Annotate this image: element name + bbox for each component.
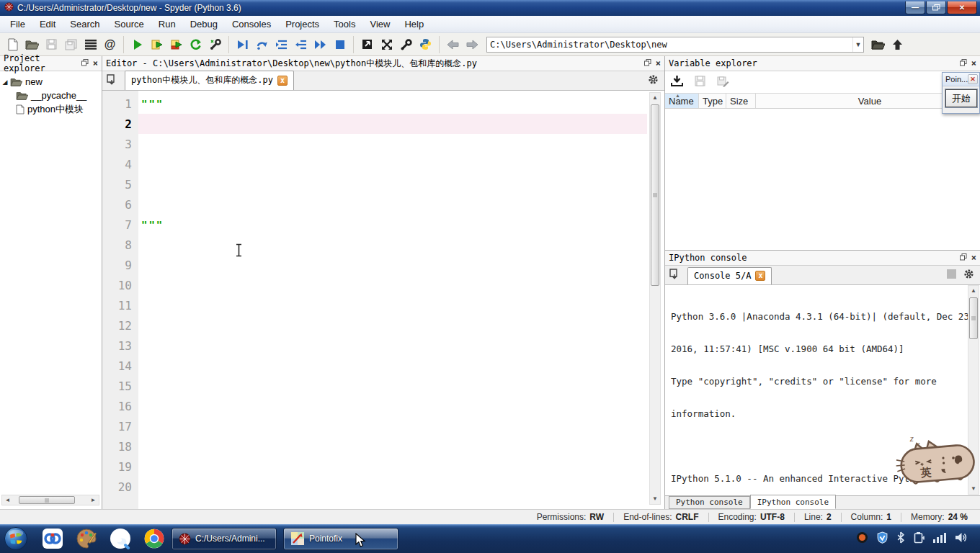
debug-icon[interactable]	[233, 35, 252, 54]
browse-tabs-icon[interactable]	[107, 74, 119, 87]
browse-directory-icon[interactable]	[868, 35, 888, 54]
stop-icon[interactable]	[330, 35, 349, 54]
menu-source[interactable]: Source	[107, 17, 151, 32]
menu-debug[interactable]: Debug	[183, 17, 225, 32]
open-file-icon[interactable]	[22, 35, 42, 54]
spyder-taskbar-icon	[179, 533, 191, 545]
continue-icon[interactable]	[311, 35, 330, 54]
menu-run[interactable]: Run	[151, 17, 183, 32]
menu-edit[interactable]: Edit	[32, 17, 63, 32]
undock-icon[interactable]	[644, 58, 651, 68]
editor-body[interactable]: 1""" 2 3 4 5 6 7""" 8 9 10 11 12 13 14 1…	[102, 91, 664, 509]
working-directory-combo[interactable]: ▼	[486, 37, 864, 53]
network-signal-tray-icon[interactable]	[933, 532, 947, 545]
tree-item-root[interactable]: ◢ new	[0, 75, 102, 89]
column-header-type[interactable]: Type	[699, 94, 726, 108]
menu-help[interactable]: Help	[397, 17, 431, 32]
close-icon[interactable]: ×	[971, 60, 976, 67]
editor-tab[interactable]: python中模块儿、包和库的概念.py x	[125, 71, 294, 90]
step-return-icon[interactable]	[291, 35, 311, 54]
menu-consoles[interactable]: Consoles	[225, 17, 278, 32]
fullscreen-icon[interactable]	[377, 35, 396, 54]
scroll-down-icon[interactable]: ▼	[650, 494, 660, 504]
scrollbar-thumb[interactable]	[19, 496, 75, 504]
undock-icon[interactable]	[81, 58, 89, 68]
volume-tray-icon[interactable]	[955, 532, 967, 545]
editor-vertical-scrollbar[interactable]: ▲ ▼	[649, 92, 661, 505]
cloud-app-icon[interactable]	[42, 528, 63, 549]
scroll-right-icon[interactable]: ►	[88, 495, 99, 505]
collapse-arrow-icon[interactable]: ◢	[0, 78, 10, 86]
save-all-icon[interactable]	[61, 35, 81, 54]
python-logo-icon[interactable]	[416, 35, 435, 54]
menu-view[interactable]: View	[362, 17, 397, 32]
taskbar-button-spyder[interactable]: C:/Users/Admini...	[172, 528, 277, 550]
browser-q-icon[interactable]	[110, 528, 131, 549]
run-cell-icon[interactable]	[147, 35, 166, 54]
horizontal-scrollbar[interactable]: ◄ ►	[1, 495, 99, 505]
console-tab[interactable]: Console 5/A x	[687, 267, 772, 284]
run-icon[interactable]	[128, 35, 147, 54]
menu-file[interactable]: File	[3, 17, 32, 32]
new-file-icon[interactable]	[3, 35, 22, 54]
restore-button[interactable]	[926, 1, 946, 14]
pointofix-titlebar[interactable]: Poin... ✕	[943, 73, 979, 86]
menu-search[interactable]: Search	[63, 17, 107, 32]
run-config-icon[interactable]	[205, 35, 225, 54]
tab-python-console[interactable]: Python console	[669, 496, 750, 509]
preferences-icon[interactable]	[396, 35, 416, 54]
file-switcher-icon[interactable]	[81, 35, 100, 54]
security-shield-tray-icon[interactable]	[876, 531, 888, 546]
tab-close-icon[interactable]: x	[277, 76, 288, 86]
close-icon[interactable]: ×	[656, 60, 661, 67]
paint-app-icon[interactable]	[76, 528, 97, 549]
power-plug-tray-icon[interactable]	[913, 531, 925, 546]
save-icon[interactable]	[42, 35, 61, 54]
start-button[interactable]	[2, 525, 30, 552]
save-data-as-icon[interactable]	[717, 76, 729, 89]
close-icon[interactable]: ×	[971, 254, 976, 261]
browse-tabs-icon[interactable]	[669, 269, 682, 282]
close-icon[interactable]: ×	[93, 60, 98, 67]
symbol-finder-icon[interactable]: @	[100, 35, 120, 54]
tree-item-file[interactable]: python中模块	[0, 102, 102, 116]
undock-icon[interactable]	[960, 253, 967, 263]
rerun-icon[interactable]	[186, 35, 205, 54]
back-icon[interactable]	[443, 35, 463, 54]
tab-close-icon[interactable]: x	[755, 271, 765, 281]
pointofix-start-button[interactable]: 开始	[945, 89, 977, 107]
options-gear-icon[interactable]	[963, 269, 974, 282]
column-header-name[interactable]: ▲Name	[665, 94, 699, 108]
run-cell-advance-icon[interactable]	[166, 35, 186, 54]
menu-projects[interactable]: Projects	[278, 17, 326, 32]
minimize-button[interactable]: —	[905, 1, 925, 14]
variable-table-header: ▲Name Type Size Value	[665, 93, 980, 109]
step-into-icon[interactable]	[272, 35, 291, 54]
column-header-size[interactable]: Size	[726, 94, 756, 108]
scrollbar-thumb[interactable]	[969, 297, 978, 339]
forward-icon[interactable]	[463, 35, 482, 54]
working-directory-input[interactable]	[487, 40, 852, 50]
save-data-icon[interactable]	[695, 76, 705, 89]
scrollbar-thumb[interactable]	[651, 104, 659, 286]
options-gear-icon[interactable]	[648, 74, 659, 87]
undock-icon[interactable]	[960, 58, 967, 68]
recorder-tray-icon[interactable]	[856, 531, 868, 546]
maximize-pane-icon[interactable]	[357, 35, 377, 54]
editor-line: 10	[102, 275, 664, 295]
chevron-down-icon[interactable]: ▼	[852, 37, 863, 52]
step-over-icon[interactable]	[252, 35, 272, 54]
import-data-icon[interactable]	[671, 76, 683, 89]
menu-tools[interactable]: Tools	[326, 17, 362, 32]
scroll-left-icon[interactable]: ◄	[2, 495, 13, 505]
close-button[interactable]: ✕	[947, 1, 977, 14]
chrome-icon[interactable]	[143, 528, 165, 549]
tree-item-pycache[interactable]: __pycache__	[0, 89, 102, 102]
scroll-up-icon[interactable]: ▲	[650, 93, 660, 103]
parent-directory-icon[interactable]	[888, 35, 907, 54]
taskbar-button-pointofix[interactable]: Pointofix	[283, 528, 398, 550]
pointofix-close-icon[interactable]: ✕	[968, 74, 978, 84]
tab-ipython-console[interactable]: IPython console	[750, 495, 836, 509]
scroll-up-icon[interactable]: ▲	[968, 286, 979, 296]
bluetooth-tray-icon[interactable]	[896, 531, 905, 546]
